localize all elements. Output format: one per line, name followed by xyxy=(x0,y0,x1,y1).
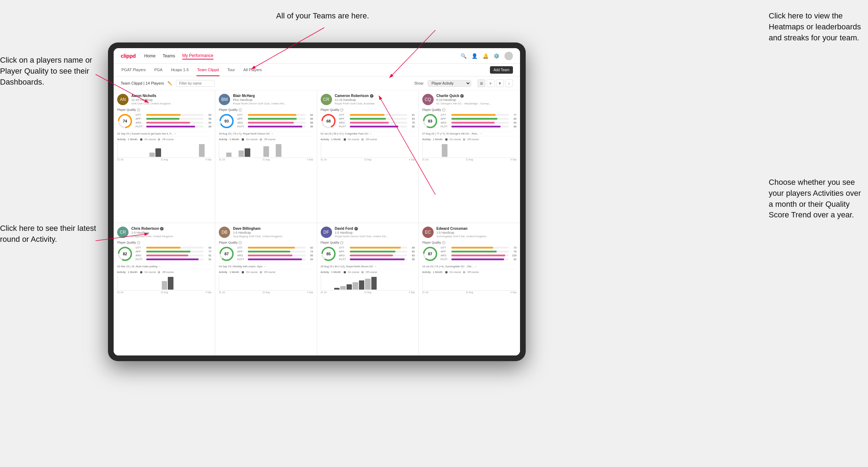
donut-chart[interactable]: 87 xyxy=(219,246,234,262)
svg-text:74: 74 xyxy=(123,119,127,123)
stat-bar xyxy=(451,255,505,256)
quality-label[interactable]: Player Quality i xyxy=(321,108,415,112)
stat-label: PUTT xyxy=(339,258,348,261)
stat-label: APP xyxy=(237,117,246,120)
activity-header: Activity · 1 Month On course Off course xyxy=(219,138,313,141)
quality-label[interactable]: Player Quality i xyxy=(117,241,211,244)
round-info[interactable]: 26 Aug 23 | 84 (+12), Royal North Devon … xyxy=(321,264,415,269)
grid-view-button[interactable]: ⊞ xyxy=(478,79,485,87)
quality-label[interactable]: Player Quality i xyxy=(219,241,313,244)
player-name[interactable]: Cameron Robertson ✓ xyxy=(335,94,415,98)
stat-row: OTT 77 xyxy=(441,113,516,116)
player-handicap: 1-5 Handicap xyxy=(335,231,415,234)
player-handicap: 1-5 Handicap xyxy=(436,231,516,234)
search-input[interactable] xyxy=(176,80,215,87)
stat-value: 75 xyxy=(409,121,415,124)
activity-label: Activity · 1 Month xyxy=(422,138,442,141)
player-name[interactable]: Aaron Nicholls xyxy=(131,94,211,98)
player-name[interactable]: Blair McHarg xyxy=(233,94,313,98)
stat-bar-bg xyxy=(350,118,407,120)
nav-link-teams[interactable]: Teams xyxy=(162,53,175,59)
player-handicap: 1-5 Handicap xyxy=(131,231,211,234)
chart-dates: 31 Jul21 Aug4 Sep xyxy=(321,291,415,294)
quality-label[interactable]: Player Quality i xyxy=(422,108,516,112)
nav-link-home[interactable]: Home xyxy=(144,53,155,59)
chart-date: 31 Jul xyxy=(219,291,225,294)
donut-chart[interactable]: 82 xyxy=(117,246,133,262)
quality-label[interactable]: Player Quality i xyxy=(422,241,516,244)
stat-row: OTT 60 xyxy=(136,246,211,249)
stat-value: 84 xyxy=(307,113,313,116)
subnav-pga[interactable]: PGA xyxy=(154,64,163,76)
player-info: Charlie Quick ✓ 6-10 Handicap St. George… xyxy=(436,94,516,105)
donut-chart[interactable]: 83 xyxy=(422,113,438,129)
stat-bar xyxy=(451,118,497,120)
activity-chart xyxy=(219,275,313,291)
subnav-tour[interactable]: Tour xyxy=(227,64,235,76)
round-info[interactable]: 02 Sep 23 | Sunset round to get back int… xyxy=(117,131,211,136)
quality-label[interactable]: Player Quality i xyxy=(219,108,313,112)
avatar[interactable] xyxy=(504,52,513,60)
person-icon[interactable]: 👤 xyxy=(472,53,478,59)
stat-bar xyxy=(350,255,393,256)
player-name[interactable]: Edward Crossman xyxy=(436,227,516,230)
round-info[interactable]: 03 Mar 23 | 19, Must make putting → xyxy=(117,264,211,269)
quality-label[interactable]: Player Quality i xyxy=(321,241,415,244)
chart-date: 4 Sep xyxy=(409,158,415,161)
chart-bar xyxy=(359,280,365,290)
nav-link-performance[interactable]: My Performance xyxy=(182,52,213,59)
player-name[interactable]: Dave Billingham xyxy=(233,227,313,230)
donut-chart[interactable]: 93 xyxy=(219,113,234,129)
nav-logo[interactable]: clippd xyxy=(121,53,136,59)
search-icon[interactable]: 🔍 xyxy=(461,53,467,59)
player-name[interactable]: David Ford ✓ xyxy=(335,227,415,230)
bell-icon[interactable]: 🔔 xyxy=(482,53,489,59)
stat-bar-bg xyxy=(146,255,204,256)
stat-bar xyxy=(451,122,495,124)
player-avatar: CR xyxy=(117,227,129,238)
chart-date: 21 Aug xyxy=(262,291,269,294)
stat-value: 80 xyxy=(510,117,516,120)
round-info[interactable]: 04 Sep 23 | Mobility with coach, Gym → xyxy=(219,264,313,269)
stat-label: APP xyxy=(339,117,348,120)
edit-icon[interactable]: ✏️ xyxy=(167,81,172,86)
round-info[interactable]: 02 Jul 23 | 59 (+17), Craigmillar Park G… xyxy=(321,131,415,136)
activity-header: Activity · 1 Month On course Off course xyxy=(422,138,516,141)
settings-icon[interactable]: ⚙️ xyxy=(493,53,499,59)
round-info[interactable]: 26 Aug 23 | 73 (+1), Royal North Devon G… xyxy=(219,131,313,136)
player-club: Soq Maging Golf Club, United Kingdom xyxy=(233,235,313,238)
subnav-pgat[interactable]: PGAT Players xyxy=(121,64,147,76)
subnav-teamclippd[interactable]: Team Clippd xyxy=(196,64,219,76)
subnav-hcaps[interactable]: Hcaps 1-5 xyxy=(170,64,189,76)
add-team-button[interactable]: Add Team xyxy=(490,66,513,74)
stat-label: PUTT xyxy=(136,125,145,128)
svg-text:87: 87 xyxy=(224,252,229,256)
stat-bar xyxy=(248,247,295,249)
quality-label[interactable]: Player Quality i xyxy=(117,108,211,112)
player-card: EC Edward Crossman 1-5 Handicap Sunningd… xyxy=(419,223,520,355)
stats-container: OTT 61 APP 63 ARG xyxy=(339,113,415,129)
player-info: David Ford ✓ 1-5 Handicap Royal North De… xyxy=(335,227,415,238)
sort-button[interactable]: ↕ xyxy=(505,79,513,87)
donut-chart[interactable]: 87 xyxy=(422,246,438,262)
on-course-legend xyxy=(242,271,244,273)
chart-date: 4 Sep xyxy=(307,158,313,161)
player-name[interactable]: Charlie Quick ✓ xyxy=(436,94,516,98)
activity-legend: On course Off course xyxy=(242,138,275,141)
donut-chart[interactable]: 85 xyxy=(321,246,336,262)
activity-header: Activity · 1 Month On course Off course xyxy=(117,270,211,274)
donut-chart[interactable]: 68 xyxy=(321,113,336,129)
stat-value: 85 xyxy=(205,125,211,128)
filter-button[interactable]: ▼ xyxy=(496,79,504,87)
stat-label: OTT xyxy=(339,113,348,116)
activity-chart xyxy=(117,275,211,291)
show-select[interactable]: Player Activity Quality Score Trend xyxy=(428,80,471,87)
list-view-button[interactable]: ≡ xyxy=(487,79,495,87)
round-info[interactable]: 19 Jul 23 | 74 (+4), Sunningdale GC - Ol… xyxy=(422,264,516,269)
stat-bar-bg xyxy=(451,114,509,116)
player-name[interactable]: Chris Robertson ✓ xyxy=(131,227,211,230)
subnav-allplayers[interactable]: All Players xyxy=(243,64,263,76)
donut-chart[interactable]: 74 xyxy=(117,113,133,129)
round-info[interactable]: 07 Aug 23 | 77 (+7), St George's Hill GC… xyxy=(422,131,516,136)
chart-date: 21 Aug xyxy=(466,158,473,161)
